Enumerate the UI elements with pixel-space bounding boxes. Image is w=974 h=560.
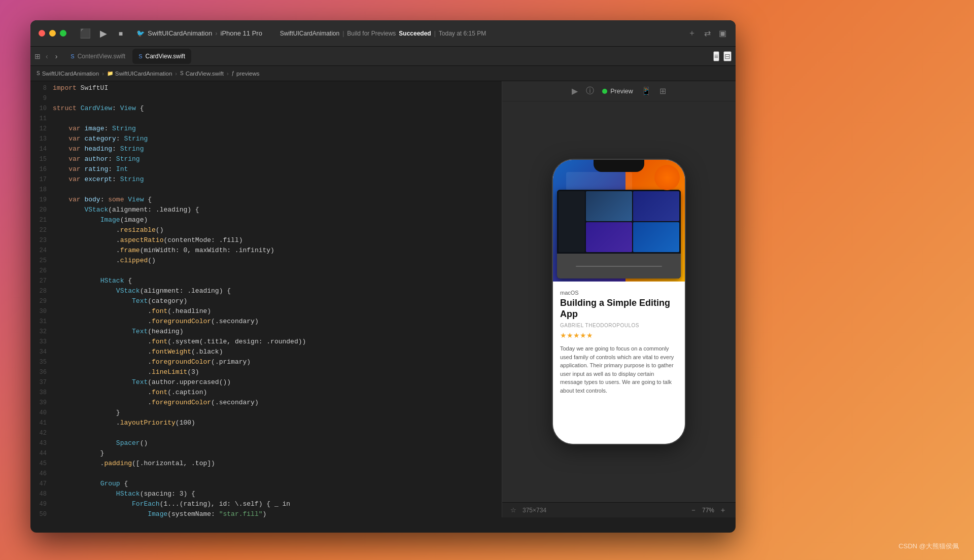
code-line-48: 48 HStack(spacing: 3) {: [30, 489, 502, 499]
run-button[interactable]: ▶: [98, 28, 109, 39]
code-line-19: 19 var body: some View {: [30, 195, 502, 205]
back-arrow[interactable]: ‹: [44, 51, 50, 61]
title-separator2: |: [434, 30, 436, 37]
code-line-24: 24 .frame(minWidth: 0, maxWidth: .infini…: [30, 246, 502, 256]
watermark: CSDN @大熊猫侯佩: [898, 542, 959, 551]
code-line-12: 12 var image: String: [30, 124, 502, 134]
breadcrumb-file-label: CardView.swift: [186, 71, 224, 77]
title-bar: ⬛ ▶ ■ 🐦 SwiftUICardAnimation › iPhone 11…: [30, 20, 736, 47]
code-line-13: 13 var category: String: [30, 134, 502, 144]
stop-button[interactable]: ■: [115, 28, 126, 39]
swift-file-icon: S: [71, 53, 74, 59]
build-time-label: Today at 6:15 PM: [439, 30, 486, 37]
maximize-button[interactable]: [60, 30, 66, 37]
code-line-29: 29 Text(category): [30, 296, 502, 306]
card-body: macOS Building a Simple Editing App GABR…: [553, 282, 685, 403]
breadcrumb-bar: S SwiftUICardAnimation › 📁 SwiftUICardAn…: [30, 66, 736, 81]
code-line-37: 37 Text(author.uppercased()): [30, 377, 502, 388]
zoom-in-button[interactable]: ＋: [718, 505, 727, 516]
breadcrumb-file[interactable]: S CardView.swift: [180, 71, 224, 77]
bc-sep1: ›: [102, 71, 104, 77]
tab-bar-left: ⊞ ‹ ›: [34, 51, 59, 61]
minimize-button[interactable]: [49, 30, 56, 37]
title-bar-right: ＋ ⇄ ▣: [687, 27, 727, 40]
zoom-level: 77%: [702, 507, 714, 514]
forward-arrow[interactable]: ›: [53, 51, 60, 61]
code-line-30: 30 .font(.headline): [30, 306, 502, 317]
close-button[interactable]: [39, 30, 45, 37]
preview-label: Preview: [602, 88, 633, 95]
status-bar-left: ☆ 375×734: [510, 506, 546, 514]
status-bar-right: － 77% ＋: [689, 505, 727, 516]
split-editor-button[interactable]: ⇄: [703, 27, 712, 39]
card-author: GABRIEL THEODOROPOULOS: [560, 323, 678, 328]
code-line-43: 43 Spacer(): [30, 438, 502, 448]
card-category: macOS: [560, 290, 678, 296]
editor-options-button[interactable]: ≡: [713, 51, 719, 61]
code-line-16: 16 var rating: Int: [30, 164, 502, 174]
code-line-47: 47 Group {: [30, 479, 502, 489]
title-center: SwiftUICardAnimation | Build for Preview…: [280, 30, 486, 37]
code-line-27: 27 HStack {: [30, 276, 502, 286]
code-line-42: 42: [30, 428, 502, 438]
xcode-window: ⬛ ▶ ■ 🐦 SwiftUICardAnimation › iPhone 11…: [30, 20, 736, 533]
tab-cardview-label: CardView.swift: [146, 53, 185, 60]
code-line-49: 49 ForEach(1...(rating), id: \.self) { _…: [30, 499, 502, 509]
code-line-9: 9: [30, 93, 502, 103]
code-line-36: 36 .lineLimit(3): [30, 367, 502, 377]
preview-content: macOS Building a Simple Editing App GABR…: [502, 101, 736, 502]
tab-cardview[interactable]: S CardView.swift: [132, 49, 191, 64]
tab-bar: ⊞ ‹ › S ContentView.swift S CardView.swi…: [30, 47, 736, 66]
build-status-label: Build for Previews: [347, 30, 396, 37]
code-line-10: 10 struct CardView: View {: [30, 103, 502, 114]
code-line-32: 32 Text(heading): [30, 327, 502, 337]
sidebar-toggle-button[interactable]: ⬛: [79, 27, 92, 40]
main-area: 8 import SwiftUI 9 10 struct CardView: V…: [30, 81, 736, 517]
build-result-label: Succeeded: [399, 30, 431, 37]
code-line-40: 40 }: [30, 408, 502, 418]
inspector-toggle-button[interactable]: ▣: [718, 27, 727, 39]
breadcrumb-func[interactable]: ƒ previews: [232, 71, 260, 77]
code-line-14: 14 var heading: String: [30, 144, 502, 154]
card-excerpt: Today we are going to focus on a commonl…: [560, 344, 678, 395]
bc-sep3: ›: [227, 71, 229, 77]
func-bc-icon: ƒ: [232, 71, 235, 76]
breadcrumb-folder[interactable]: 📁 SwiftUICardAnimation: [107, 71, 172, 77]
breadcrumb-folder-label: SwiftUICardAnimation: [115, 71, 172, 77]
iphone-notch: [594, 160, 644, 172]
code-line-34: 34 .fontWeight(.black): [30, 347, 502, 357]
split-button[interactable]: ⊟: [723, 51, 732, 61]
code-line-44: 44 }: [30, 448, 502, 459]
scheme-selector[interactable]: 🐦 SwiftUICardAnimation › iPhone 11 Pro: [136, 29, 262, 37]
code-line-41: 41 .layoutPriority(100): [30, 418, 502, 428]
preview-device-icon[interactable]: 📱: [641, 86, 651, 96]
card-stars: ★★★★★: [560, 331, 678, 339]
swift-icon: 🐦: [136, 29, 145, 37]
tab-bar-right: ≡ ⊟: [713, 51, 732, 61]
code-line-21: 21 Image(image): [30, 215, 502, 225]
code-line-22: 22 .resizable(): [30, 225, 502, 235]
zoom-out-button[interactable]: －: [689, 505, 698, 516]
preview-info-icon[interactable]: ⓘ: [586, 86, 594, 96]
breadcrumb-project[interactable]: S SwiftUICardAnimation: [37, 71, 99, 77]
preview-grid-icon[interactable]: ⊞: [659, 86, 666, 96]
card-image: [553, 160, 685, 282]
title-bar-left: ⬛ ▶ ■ 🐦 SwiftUICardAnimation › iPhone 11…: [39, 27, 262, 40]
swift-bc-icon: S: [37, 71, 40, 76]
breadcrumb-func-label: previews: [236, 71, 259, 77]
code-line-18: 18: [30, 185, 502, 195]
tab-contentview[interactable]: S ContentView.swift: [64, 49, 131, 64]
tab-contentview-label: ContentView.swift: [78, 53, 126, 60]
bc-sep2: ›: [175, 71, 177, 77]
card-title: Building a Simple Editing App: [560, 298, 678, 320]
navigator-icon[interactable]: ⊞: [34, 52, 41, 60]
preview-run-icon[interactable]: ▶: [572, 86, 578, 96]
swift-file-icon-active: S: [138, 53, 142, 59]
code-line-46: 46: [30, 469, 502, 479]
star-icon: ☆: [510, 506, 516, 514]
size-label: 375×734: [523, 507, 546, 514]
preview-status-bar: ☆ 375×734 － 77% ＋: [502, 502, 736, 517]
add-button[interactable]: ＋: [687, 27, 697, 40]
code-editor[interactable]: 8 import SwiftUI 9 10 struct CardView: V…: [30, 81, 502, 517]
code-line-38: 38 .font(.caption): [30, 388, 502, 398]
